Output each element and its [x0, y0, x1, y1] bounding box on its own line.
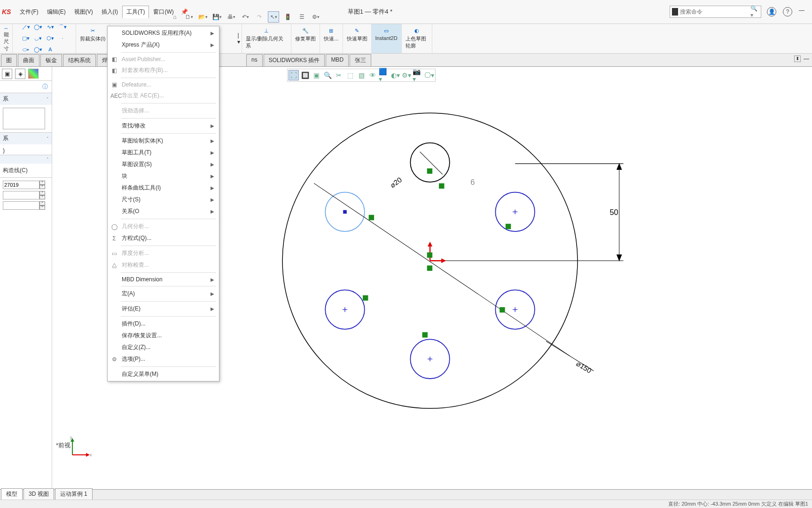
arc-icon[interactable]: ◡▾	[33, 33, 43, 43]
undo-icon[interactable]: ↶▾	[240, 11, 251, 23]
tab-motion[interactable]: 运动算例 1	[55, 488, 93, 500]
param-input-2[interactable]	[3, 191, 39, 199]
menu-item[interactable]: 样条曲线工具(I)▶	[108, 182, 219, 194]
spline-icon[interactable]: ∿▾	[46, 22, 55, 32]
rect-icon[interactable]: ▢▾	[21, 33, 31, 43]
line-icon[interactable]: ／▾	[21, 22, 31, 32]
menu-item[interactable]: SOLIDWORKS 应用程序(A)▶	[108, 27, 219, 39]
ellipse-icon[interactable]: ◯▾	[33, 45, 43, 54]
menu-item[interactable]: 草图设置(S)▶	[108, 159, 219, 170]
menu-item[interactable]: 关系(O▶	[108, 206, 219, 217]
tab-sheetmetal[interactable]: 钣金	[40, 54, 62, 66]
repair-sketch[interactable]: 🔧 修复草图	[291, 24, 320, 53]
tab-ns[interactable]: ns	[246, 54, 263, 66]
hidden-group[interactable]: |▾	[237, 24, 242, 53]
tab-structure[interactable]: 结构系统	[63, 54, 96, 66]
minimize-icon[interactable]: —	[799, 7, 806, 16]
menu-item[interactable]: 草图绘制实体(K)▶	[108, 135, 219, 147]
panel-tab-property[interactable]: ◈	[15, 69, 25, 79]
list-icon[interactable]: ☰	[296, 11, 307, 23]
expand-icon[interactable]: ⬍	[794, 56, 801, 62]
tab-addins[interactable]: SOLIDWORKS 插件	[264, 54, 325, 66]
poly-icon[interactable]: ⬡▾	[46, 33, 55, 43]
view-label: *前视	[56, 441, 70, 450]
app-logo: KS	[2, 8, 11, 16]
menu-item[interactable]: 草图工具(T)▶	[108, 147, 219, 159]
menu-item[interactable]: Σ方程式(Q)...	[108, 232, 219, 244]
menu-item[interactable]: 块▶	[108, 170, 219, 182]
shaded-contour[interactable]: ◐ 上色草图轮廓	[402, 24, 432, 53]
new-icon[interactable]: 🗋▾	[183, 11, 195, 23]
menu-item[interactable]: 评估(E)▶	[108, 303, 219, 315]
menubar: KS 文件(F) 编辑(E) 视图(V) 插入(I) 工具(T) 窗口(W) 📌…	[0, 0, 812, 24]
menu-item[interactable]: 尺寸(S)▶	[108, 194, 219, 206]
options-icon[interactable]: ⚙▾	[310, 11, 321, 23]
tab-zhang[interactable]: 张三	[350, 54, 371, 66]
search-box[interactable]: 🔍▾	[670, 6, 761, 18]
param-input-1[interactable]	[3, 181, 39, 189]
traffic-icon[interactable]: 🚦	[282, 11, 293, 23]
instant2d[interactable]: ▭ Instant2D	[372, 24, 402, 53]
menu-item[interactable]: 自定义菜单(M)	[108, 368, 219, 380]
construction-line-checkbox[interactable]: 构造线(C)	[3, 167, 28, 174]
text-icon[interactable]: A	[46, 45, 55, 54]
dim-phi20[interactable]: ⌀20	[389, 175, 403, 189]
fillet-icon[interactable]: ⌒▾	[58, 22, 67, 32]
close-panel-icon[interactable]: —	[804, 56, 809, 62]
tab-sketch[interactable]: 图	[1, 54, 17, 66]
menu-item[interactable]: Xpress 产品(X)▶	[108, 39, 219, 51]
tab-surface[interactable]: 曲面	[18, 54, 39, 66]
open-icon[interactable]: 📂▾	[197, 11, 209, 23]
display-relations[interactable]: ⊥ 显示/删除几何关系	[242, 24, 291, 53]
menu-edit[interactable]: 编辑(E)	[43, 6, 70, 18]
spin-down-icon[interactable]: ˅	[39, 185, 45, 189]
menu-item-label: 自定义菜单(M)	[122, 370, 158, 378]
redo-icon[interactable]: ↷	[254, 11, 265, 23]
save-icon[interactable]: 💾▾	[211, 11, 223, 23]
param-input-3[interactable]	[3, 201, 39, 210]
search-icon[interactable]: 🔍▾	[750, 5, 759, 18]
panel-help[interactable]: ⓘ	[0, 81, 52, 93]
menu-item[interactable]: 插件(D)...	[108, 318, 219, 330]
help-icon[interactable]: ?	[783, 7, 792, 16]
tab-mbd[interactable]: MBD	[326, 54, 349, 66]
panel-tab-appearance[interactable]	[28, 69, 39, 79]
dim-phi150[interactable]: ⌀150	[575, 359, 593, 375]
search-input[interactable]	[680, 8, 750, 15]
menu-item[interactable]: MBD Dimension▶	[108, 274, 219, 285]
smart-dimension-partial[interactable]: ↔ 能尺寸	[0, 24, 13, 53]
section-options[interactable]: ˄	[0, 155, 52, 164]
menu-item[interactable]: 查找/修改▶	[108, 120, 219, 132]
menu-tools[interactable]: 工具(T)	[122, 6, 149, 18]
panel-tab-feature[interactable]: ▣	[2, 69, 12, 79]
svg-marker-20	[428, 242, 432, 246]
menu-file[interactable]: 文件(F)	[16, 6, 42, 18]
pattern-count[interactable]: 6	[470, 178, 475, 186]
trim-entities[interactable]: ✂ 剪裁实体(I)	[76, 24, 109, 53]
menu-item[interactable]: 宏(A)▶	[108, 288, 219, 300]
svg-text:y: y	[70, 436, 72, 440]
circle-icon[interactable]: ◯▾	[33, 22, 43, 32]
tab-3dview[interactable]: 3D 视图	[23, 488, 54, 500]
menu-item[interactable]: ⚙选项(P)...	[108, 353, 219, 365]
print-icon[interactable]: 🖶▾	[226, 11, 237, 23]
menu-item[interactable]: 自定义(Z)...	[108, 341, 219, 353]
select-icon[interactable]: ↖▾	[268, 11, 279, 23]
bottom-tabs: 模型 3D 视图 运动算例 1	[0, 489, 812, 500]
menu-view[interactable]: 视图(V)	[70, 6, 97, 18]
quick-snaps[interactable]: ⊞ 快速...	[320, 24, 343, 53]
menu-insert[interactable]: 插入(I)	[97, 6, 122, 18]
home-icon[interactable]: ⌂	[169, 11, 180, 23]
search-category-icon[interactable]	[672, 8, 678, 16]
menu-item[interactable]: 保存/恢复设置...	[108, 330, 219, 341]
relations-list[interactable]	[3, 108, 45, 129]
dim-50[interactable]: 50	[609, 208, 618, 216]
tab-model[interactable]: 模型	[1, 488, 23, 500]
point-icon[interactable]: ·	[58, 33, 67, 43]
user-icon[interactable]: 👤	[767, 7, 776, 16]
section-relations[interactable]: 系˄	[0, 93, 52, 105]
section-add-relations[interactable]: 系˄	[0, 133, 52, 144]
rapid-sketch[interactable]: ✎ 快速草图	[343, 24, 372, 53]
spin-up-icon[interactable]: ˄	[39, 181, 45, 185]
slot-icon[interactable]: ⬭▾	[21, 45, 31, 54]
